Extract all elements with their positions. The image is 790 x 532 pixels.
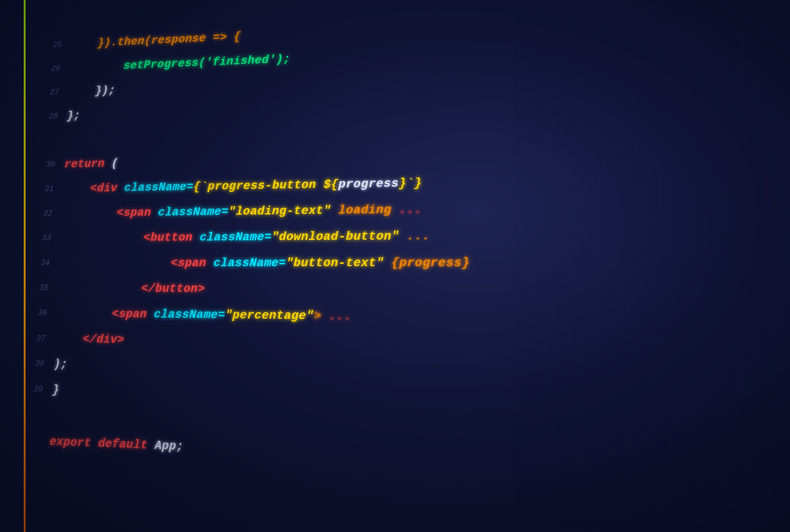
token: } [52,383,60,397]
token: response [151,32,206,47]
token: ); [276,52,290,66]
code-editor-view: 25 26 27 28 30 31 32 33 34 35 36 37 38 3… [18,0,790,532]
token-gt: > [314,308,322,323]
token-var: progress [338,176,399,191]
token-loading: loading [331,203,391,218]
token: }).then( [97,34,151,49]
token-val: "percentage" [225,308,314,323]
token-val2: }`} [399,176,422,190]
token-tag: <button [143,231,193,245]
token-tag: <span [117,206,152,220]
token-tag: </button> [141,282,205,296]
token-export: export [49,434,92,450]
token-attr: className= [192,230,272,244]
token-val: {`progress-button ${ [193,177,339,194]
token-attr: className= [206,256,286,270]
token-val: "button-text" [286,256,384,270]
token-default: default [91,436,148,453]
token: ( [104,156,118,170]
token-return: return [64,157,105,171]
token-val: "download-button" [271,229,399,244]
token-tag: </div> [83,332,125,347]
token-attr: className= [147,307,226,322]
token-dots: ... [391,202,422,217]
token-string-finished: 'finished' [205,53,276,69]
token-tag: <span [112,307,147,321]
token-tag: <div [90,181,118,195]
code-line-10: <span className="button-text" {progress} [58,248,790,278]
token-tag: <span [171,256,207,270]
token: }); [95,84,115,98]
token: setProgress( [123,56,206,72]
token-extra2: ... [321,309,352,324]
token-attr: className= [117,180,194,195]
token: }; [67,109,81,122]
token-attr: className= [151,205,229,219]
code-content: }).then(response => { setProgress('finis… [18,0,790,532]
token-val: "loading-text" [228,203,331,218]
token: ); [53,357,68,371]
token-progress: {progress} [384,256,470,270]
left-accent-bar [24,0,26,532]
screen: 25 26 27 28 30 31 32 33 34 35 36 37 38 3… [0,0,790,532]
token: => { [206,30,241,45]
token-extra: ... [399,229,430,243]
token-app: App; [147,438,184,454]
